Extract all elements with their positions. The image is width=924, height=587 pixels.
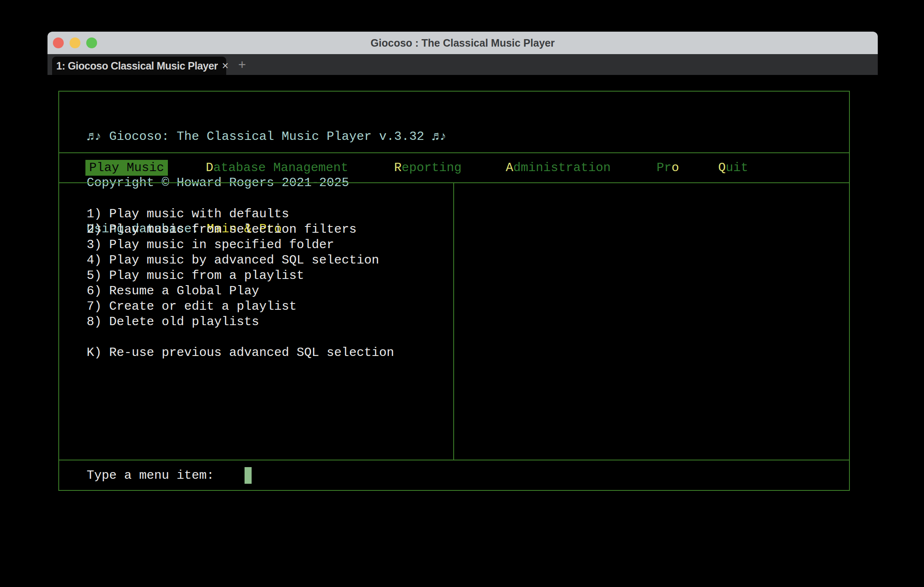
terminal-window: Giocoso : The Classical Music Player 1: … xyxy=(47,32,878,524)
menubar-item-play-music[interactable]: Play Music xyxy=(85,160,168,176)
giocoso-main-frame: ♬♪ Giocoso: The Classical Music Player v… xyxy=(58,91,850,491)
prompt-bar: Type a menu item: xyxy=(59,460,849,490)
main-panels: 1)Play music with defaults 2)Play music … xyxy=(59,183,849,460)
menu-item[interactable]: 2)Play music from selection filters xyxy=(87,222,453,237)
tab-giocoso[interactable]: 1: Giocoso Classical Music Player × xyxy=(52,57,226,75)
menu-item[interactable]: 6)Resume a Global Play xyxy=(87,284,453,299)
window-titlebar[interactable]: Giocoso : The Classical Music Player xyxy=(47,32,878,54)
menu-item[interactable]: 3)Play music in specified folder xyxy=(87,237,453,253)
traffic-lights xyxy=(53,37,97,48)
play-music-menu-panel: 1)Play music with defaults 2)Play music … xyxy=(59,183,454,460)
banner-title-line: ♬♪ Giocoso: The Classical Music Player v… xyxy=(87,129,849,144)
prompt-label: Type a menu item: xyxy=(87,468,214,483)
window-title: Giocoso : The Classical Music Player xyxy=(371,37,555,49)
menubar-item-administration[interactable]: Administration xyxy=(506,161,611,175)
menubar-item-database-management[interactable]: Database Management xyxy=(206,161,348,175)
new-tab-button[interactable]: + xyxy=(232,54,252,75)
menu-item[interactable]: K)Re-use previous advanced SQL selection xyxy=(87,345,453,361)
tab-label: 1: Giocoso Classical Music Player xyxy=(56,60,218,72)
plus-icon: + xyxy=(238,57,246,72)
menu-item[interactable]: 5)Play music from a playlist xyxy=(87,268,453,284)
tab-bar: 1: Giocoso Classical Music Player × + xyxy=(47,54,878,75)
menu-item[interactable]: 1)Play music with defaults xyxy=(87,206,453,222)
menu-item[interactable]: 7)Create or edit a playlist xyxy=(87,299,453,314)
menubar-item-reporting[interactable]: Reporting xyxy=(394,161,462,175)
detail-panel xyxy=(454,183,849,460)
menubar-item-pro[interactable]: Pro xyxy=(657,161,679,175)
menu-item[interactable]: 4)Play music by advanced SQL selection xyxy=(87,253,453,268)
top-menu-bar: Play Music Database Management Reporting… xyxy=(59,153,849,183)
zoom-window-button[interactable] xyxy=(86,37,97,48)
close-window-button[interactable] xyxy=(53,37,64,48)
tab-close-icon[interactable]: × xyxy=(222,60,229,72)
menubar-item-quit[interactable]: Quit xyxy=(718,161,748,175)
text-cursor[interactable] xyxy=(245,467,252,484)
app-banner: ♬♪ Giocoso: The Classical Music Player v… xyxy=(59,92,849,153)
minimize-window-button[interactable] xyxy=(70,37,80,48)
terminal-content: ♬♪ Giocoso: The Classical Music Player v… xyxy=(47,75,878,524)
menu-item[interactable]: 8)Delete old playlists xyxy=(87,314,453,330)
